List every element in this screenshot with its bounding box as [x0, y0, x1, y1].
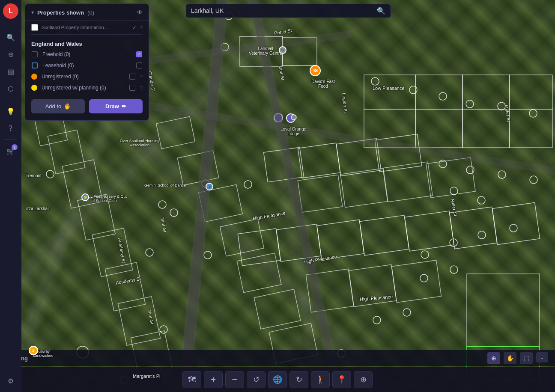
scotland-help-icon[interactable]: ? — [140, 25, 143, 30]
share-button[interactable]: ⊕ — [354, 371, 373, 388]
layers-icon: ⊕ — [8, 50, 14, 59]
bottom-toolbar: 🗺 + − ↺ 🌐 ↻ 🚶 📍 ⊕ — [0, 367, 555, 392]
panel-title-row: ▾ Properties shown (0) — [31, 9, 94, 16]
sidebar-divider-1 — [4, 26, 17, 26]
panel-actions: Add to 🖐 Draw ✏ — [25, 93, 149, 113]
scotland-label: Scotland Property Information... — [42, 25, 128, 30]
panel-header: ▾ Properties shown (0) 👁 — [25, 4, 149, 21]
person-button[interactable]: 🚶 — [311, 371, 330, 388]
add-to-label: Add to — [45, 103, 62, 110]
leasehold-label: Leasehold (0) — [42, 62, 131, 68]
leasehold-checkbox-wrapper — [136, 62, 143, 69]
map-mode-icons: ⊕ ✋ ⬚ ⌄ — [487, 352, 548, 364]
freehold-check-active[interactable]: ✓ — [136, 51, 142, 57]
sidebar-item-cart[interactable]: 🛒 1 — [3, 143, 18, 159]
search-input[interactable] — [191, 7, 373, 14]
person-icon: 🚶 — [316, 375, 325, 384]
locate-mode-button[interactable]: ⊕ — [487, 352, 500, 364]
globe-button[interactable]: 🌐 — [268, 371, 287, 388]
scotland-row: Scotland Property Information... ✓ ? — [25, 21, 149, 32]
unregistered-planning-color-dot — [31, 85, 37, 91]
unregistered-row: Unregistered (0) ? — [25, 71, 149, 82]
add-to-button[interactable]: Add to 🖐 — [31, 99, 85, 113]
leasehold-checkbox[interactable] — [136, 62, 142, 68]
search-icon[interactable]: 🔍 — [377, 7, 385, 15]
unregistered-checkbox[interactable] — [129, 74, 135, 80]
redo-icon: ↻ — [296, 375, 302, 384]
unregistered-planning-help-icon[interactable]: ? — [140, 85, 143, 90]
search-icon: 🔍 — [6, 33, 15, 42]
freehold-checkbox-wrapper — [31, 51, 38, 58]
unregistered-planning-checkbox[interactable] — [129, 85, 135, 91]
leasehold-color-indicator — [32, 62, 38, 68]
zoom-out-button[interactable]: − — [225, 371, 244, 388]
freehold-check-icon: ✓ — [137, 52, 141, 56]
pin-button[interactable]: 📍 — [332, 371, 351, 388]
visibility-toggle[interactable]: 👁 — [137, 9, 143, 16]
hex-icon: ⬡ — [8, 85, 14, 93]
unregistered-planning-checkbox-wrapper — [129, 84, 136, 91]
freehold-row: Freehold (0) ✓ — [25, 49, 149, 60]
freehold-label: Freehold (0) — [42, 51, 131, 57]
sidebar-divider-3 — [4, 140, 17, 140]
sidebar-divider-2 — [4, 100, 17, 100]
properties-panel: ▾ Properties shown (0) 👁 Scotland Proper… — [25, 3, 149, 121]
plus-icon: + — [211, 375, 216, 385]
zoom-in-button[interactable]: + — [204, 371, 223, 388]
share-icon: ⊕ — [360, 375, 367, 384]
panel-count: (0) — [87, 9, 94, 16]
unregistered-planning-row: Unregistered w/ planning (0) ? — [25, 82, 149, 93]
sidebar-item-data-table[interactable]: ▤ — [3, 64, 18, 79]
panel-title: Properties shown — [37, 9, 84, 16]
leasehold-row: Leasehold (0) — [25, 60, 149, 71]
freehold-check-wrapper: ✓ — [136, 51, 143, 58]
leasehold-color-wrapper — [31, 62, 38, 69]
mode-expand-button[interactable]: ⌄ — [536, 352, 548, 362]
unregistered-label: Unregistered (0) — [42, 74, 125, 80]
undo-icon: ↺ — [253, 375, 260, 384]
sidebar-item-help[interactable]: ? — [3, 121, 18, 136]
map-view-icon: 🗺 — [188, 375, 196, 384]
cart-badge: 1 — [12, 144, 18, 150]
settings-icon: ⚙ — [8, 377, 14, 385]
draw-icon: ✏ — [122, 103, 126, 110]
pin-icon: 📍 — [337, 375, 346, 384]
lightbulb-icon: 💡 — [6, 107, 15, 116]
pan-mode-button[interactable]: ✋ — [504, 352, 516, 364]
help-icon: ? — [9, 124, 12, 133]
search-container[interactable]: 🔍 — [185, 4, 391, 18]
select-mode-button[interactable]: ⬚ — [520, 352, 533, 364]
scotland-check-icon: ✓ — [132, 24, 137, 31]
section-header-england-wales: England and Wales — [25, 37, 149, 49]
sidebar-item-lightbulb[interactable]: 💡 — [3, 104, 18, 119]
table-icon: ▤ — [8, 68, 14, 76]
sidebar-item-search[interactable]: 🔍 — [3, 30, 18, 45]
scotland-checkbox[interactable] — [31, 24, 38, 31]
draw-label: Draw — [105, 103, 119, 110]
unregistered-color-dot — [31, 74, 37, 80]
redo-button[interactable]: ↻ — [289, 371, 308, 388]
globe-icon: 🌐 — [273, 375, 282, 384]
freehold-checkbox[interactable] — [32, 51, 38, 57]
undo-button[interactable]: ↺ — [247, 371, 266, 388]
app-logo[interactable]: L — [3, 3, 18, 19]
unregistered-help-icon[interactable]: ? — [140, 74, 143, 79]
unregistered-checkbox-wrapper — [129, 73, 136, 80]
minus-icon: − — [232, 374, 238, 385]
panel-divider-1 — [31, 34, 143, 35]
collapse-button[interactable]: ▾ — [31, 9, 34, 15]
hand-icon: 🖐 — [64, 103, 71, 110]
unregistered-planning-label: Unregistered w/ planning (0) — [42, 85, 125, 91]
sidebar-item-settings[interactable]: ⚙ — [3, 373, 18, 389]
sidebar-item-layers[interactable]: ⊕ — [3, 47, 18, 62]
map-view-button[interactable]: 🗺 — [182, 371, 201, 388]
bing-bar: ⬡ Bing ⊕ ✋ ⬚ ⌄ — [0, 350, 555, 366]
sidebar-item-packages[interactable]: ⬡ — [3, 81, 18, 96]
left-sidebar: L 🔍 ⊕ ▤ ⬡ 💡 ? 🛒 1 ⚙ — [0, 0, 21, 392]
draw-button[interactable]: Draw ✏ — [89, 99, 143, 113]
